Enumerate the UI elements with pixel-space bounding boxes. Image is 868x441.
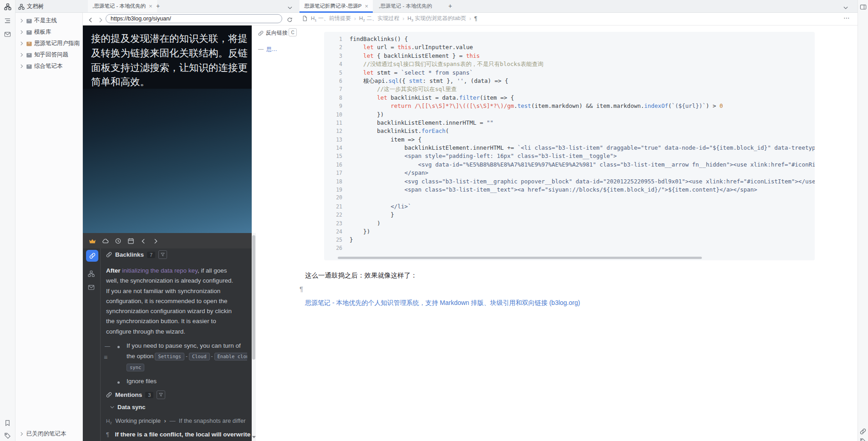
mentions-header: Mentions 3 xyxy=(106,390,165,399)
browser-tab-overflow-button[interactable] xyxy=(287,3,293,11)
text-segment: (item.markdown) && item.markdown. xyxy=(531,102,644,109)
external-link[interactable]: 思源笔记 - 本地优先的个人知识管理系统，支持 Markdown 排版、块级引用… xyxy=(305,299,580,307)
chevron-right-icon[interactable] xyxy=(19,64,24,69)
graph-dock-button[interactable] xyxy=(860,436,866,441)
code-line: 22 } xyxy=(324,211,815,219)
mini-backlink-doc-link[interactable]: 思… xyxy=(266,46,277,52)
scrollbar-thumb[interactable] xyxy=(252,235,255,360)
editor-tab-overflow-button[interactable] xyxy=(843,3,848,11)
graph-dock-button[interactable] xyxy=(88,269,95,278)
filter-icon xyxy=(160,252,165,257)
doc-tree-dock-button[interactable] xyxy=(4,2,11,10)
sidebar-notebook-item[interactable]: 不是主线 xyxy=(15,15,82,26)
text-segment: indexOf xyxy=(644,102,668,109)
code-horizontal-scrollbar[interactable] xyxy=(338,257,702,259)
text-segment: }) xyxy=(350,228,370,235)
code-block[interactable]: 1findBacklinks() {2 let url = this.urlIn… xyxy=(324,32,815,260)
outline-dock-button[interactable] xyxy=(4,16,11,25)
backlink-dock-button-active[interactable] xyxy=(86,250,98,262)
working-principle-item[interactable]: H2 Working principle › — If the snapshot… xyxy=(106,417,252,425)
more-button[interactable]: ⋯ xyxy=(843,14,850,21)
editor-tab-inactive[interactable]: ,思源笔记 - 本地优先的 xyxy=(374,0,437,12)
right-dock-rail xyxy=(858,0,868,441)
backlink-dock-button[interactable] xyxy=(860,427,866,435)
line-number: 2 xyxy=(324,44,350,51)
scroll-down-button[interactable] xyxy=(252,436,256,438)
code-text: let url = this.urlInputter.value xyxy=(350,44,473,51)
chevron-right-icon[interactable] xyxy=(19,30,24,35)
sidebar-notebook-item[interactable]: 模板库 xyxy=(15,26,82,38)
breadcrumb-label: 二、实现过程 xyxy=(366,15,399,21)
cloud-icon[interactable] xyxy=(102,237,109,245)
close-icon[interactable]: × xyxy=(365,3,369,9)
text-segment: this xyxy=(397,44,411,51)
editor-new-tab-button[interactable]: + xyxy=(446,2,454,10)
back-button[interactable] xyxy=(87,15,94,24)
paragraph-line: synchronization configuration wizard by … xyxy=(106,306,252,316)
inbox-dock-button[interactable] xyxy=(88,283,95,291)
backlinks-filter-button[interactable] xyxy=(158,250,167,259)
backlinks-header: Backlinks 7 xyxy=(106,250,167,259)
text-segment: forEach xyxy=(421,127,446,134)
chevron-separator: › xyxy=(469,15,471,22)
tag-dock-button[interactable] xyxy=(4,431,11,440)
line-number: 17 xyxy=(324,170,350,176)
text-segment: After xyxy=(106,267,121,274)
paragraph-line: After initializing the data repo key, if… xyxy=(106,266,252,276)
data-sync-item[interactable]: Data sync xyxy=(110,404,145,411)
sidebar-notebook-item[interactable]: 综合笔记本 xyxy=(15,61,82,72)
dock-right-button[interactable] xyxy=(860,3,867,11)
breadcrumb-item[interactable]: H2 二、实现过程 xyxy=(359,15,399,22)
breadcrumb-items: H1 一、前情提要›H2 二、实现过程›H3 实现仿浏览器的tab页 xyxy=(311,15,466,22)
calendar-icon[interactable] xyxy=(127,237,134,245)
close-icon[interactable]: × xyxy=(149,3,152,9)
forward-icon[interactable] xyxy=(152,237,159,245)
browser-tab[interactable]: ,思源笔记 - 本地优先的 × xyxy=(88,0,157,12)
chevron-right-icon[interactable] xyxy=(19,41,24,46)
chevron-right-icon[interactable] xyxy=(19,18,24,23)
conflict-item[interactable]: ¶ If there is a file conflict, the local… xyxy=(106,430,252,438)
refresh-button[interactable] xyxy=(287,15,293,24)
editor-tab-active[interactable]: 思源笔记折腾记录-思源P × xyxy=(299,0,373,12)
paragraph-breadcrumb-item[interactable]: ¶ xyxy=(474,15,477,22)
code-text: findBacklinks() { xyxy=(350,35,408,42)
text-segment: backlinkList = data. xyxy=(387,94,459,101)
breadcrumb-item[interactable]: H1 一、前情提要 xyxy=(311,15,351,22)
browser-new-tab-button[interactable]: + xyxy=(154,2,162,10)
breadcrumb-item[interactable]: H3 实现仿浏览器的tab页 xyxy=(407,15,466,22)
chevron-right-icon[interactable] xyxy=(19,52,24,57)
sidebar-notebook-item[interactable]: 思源笔记用户指南 xyxy=(15,38,82,49)
history-icon[interactable] xyxy=(115,237,122,245)
text-segment: //这一步其实你可以在sql里查 xyxy=(377,86,457,92)
code-text: ) xyxy=(350,220,381,227)
gutter-dash[interactable]: — xyxy=(105,343,110,350)
url-input[interactable]: https://b3log.org/siyuan/ xyxy=(106,14,282,23)
left-dock-rail xyxy=(0,0,15,441)
mini-backlink-item[interactable]: —思… xyxy=(258,46,277,53)
crown-icon[interactable] xyxy=(89,237,96,245)
bullet-text-2: the optionSettings-Cloud-Enable cloud xyxy=(127,353,247,360)
working-principle-snippet: If the snapshots are differ xyxy=(179,417,245,424)
browser-panel-body: 接的提及发现潜在的知识关联，将提及转换为链接来固化关联结构。反链面板支持过滤搜索… xyxy=(83,25,298,441)
code-text: //没错通过sql接口我们可以查spans表的，不是只有blocks表能查询 xyxy=(350,61,543,68)
list-gutter-icon[interactable]: ≡ xyxy=(104,354,107,361)
text-segment: }) xyxy=(350,111,384,118)
data-sync-label: Data sync xyxy=(117,404,145,411)
paragraph-line: configure through the wizard. xyxy=(106,327,252,337)
line-number: 10 xyxy=(324,112,350,118)
sidebar-notebook-item[interactable]: 知乎回答问题 xyxy=(15,49,82,61)
mentions-filter-button[interactable] xyxy=(157,390,165,399)
forward-button[interactable] xyxy=(97,15,104,24)
back-icon[interactable] xyxy=(140,237,147,245)
closed-notebooks-item[interactable]: 已关闭的笔记本 xyxy=(19,430,66,438)
code-line: 4 //没错通过sql接口我们可以查spans表的，不是只有blocks表能查询 xyxy=(324,61,815,69)
inbox-dock-button[interactable] xyxy=(4,30,11,38)
mini-panel-button[interactable]: C xyxy=(289,28,297,36)
heading-tag: H1 xyxy=(311,15,317,21)
breadcrumb: H1 一、前情提要›H2 二、实现过程›H3 实现仿浏览器的tab页 › ¶ xyxy=(302,15,477,22)
webpage-scrollbar[interactable] xyxy=(252,233,256,441)
text-segment: stmt = xyxy=(374,69,401,76)
document-icon[interactable] xyxy=(302,15,308,21)
code-line: 8 let backlinkList = data.filter(item =>… xyxy=(324,94,815,102)
bookmark-dock-button[interactable] xyxy=(4,419,11,427)
